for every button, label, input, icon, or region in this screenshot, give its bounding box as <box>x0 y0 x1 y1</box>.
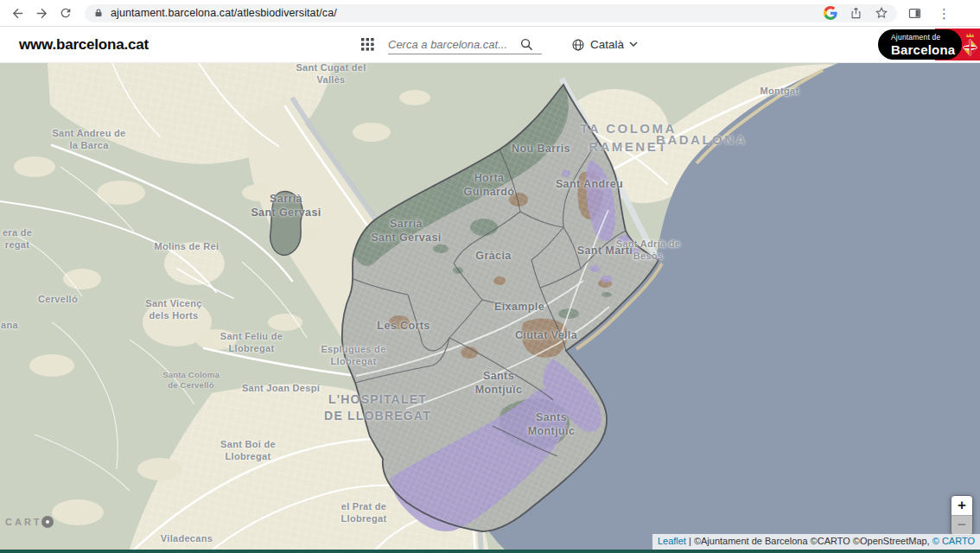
reload-icon <box>59 6 73 20</box>
footer-teal-bar <box>0 550 980 553</box>
search-input[interactable] <box>388 35 519 54</box>
carto-watermark-dot-icon <box>41 516 54 528</box>
ajuntament-logo[interactable]: Ajuntament de Barcelona <box>878 29 980 60</box>
map-graphics <box>0 63 980 553</box>
reload-button[interactable] <box>54 2 78 24</box>
bookmark-star-icon[interactable] <box>875 6 888 20</box>
logo-line2: Barcelona <box>891 42 962 57</box>
back-button[interactable] <box>5 2 29 24</box>
logo-line1: Ajuntament de <box>891 33 962 41</box>
map[interactable]: Sant Cugat del VallèsMontgatTA COLOMA RA… <box>0 63 980 553</box>
lock-icon <box>93 7 104 19</box>
carto-link[interactable]: © CARTO <box>932 536 975 546</box>
url-text: ajuntament.barcelona.cat/atlesbiodiversi… <box>111 7 337 19</box>
search-field-wrap <box>388 35 542 54</box>
url-bar[interactable]: ajuntament.barcelona.cat/atlesbiodiversi… <box>85 4 897 22</box>
search-icon[interactable] <box>519 37 534 52</box>
side-panel-icon[interactable] <box>907 6 922 21</box>
attribution-credits: ©Ajuntament de Barcelona ©CARTO ©OpenStr… <box>694 536 932 546</box>
leaflet-link[interactable]: Leaflet <box>658 536 686 546</box>
apps-grid-icon[interactable] <box>361 38 374 51</box>
language-selector[interactable]: Català <box>571 38 638 52</box>
forward-arrow-icon <box>35 6 49 21</box>
browser-menu-icon[interactable]: ⋮ <box>938 7 951 20</box>
map-attribution: Leaflet | ©Ajuntament de Barcelona ©CART… <box>652 534 980 550</box>
browser-toolbar: ajuntament.barcelona.cat/atlesbiodiversi… <box>0 0 980 27</box>
site-brand-link[interactable]: www.barcelona.cat <box>19 36 149 54</box>
attribution-divider: | <box>686 536 694 546</box>
share-icon[interactable] <box>850 6 862 20</box>
site-header: www.barcelona.cat Català Ajuntam <box>0 27 980 63</box>
carto-watermark: CART <box>5 516 54 528</box>
zoom-in-button[interactable]: + <box>951 496 972 515</box>
forward-button[interactable] <box>29 2 54 24</box>
zoom-control: + − <box>951 495 973 536</box>
zoom-out-button[interactable]: − <box>951 515 972 535</box>
google-icon[interactable] <box>824 6 837 20</box>
logo-text: Ajuntament de Barcelona <box>878 29 962 60</box>
chevron-down-icon <box>629 41 638 48</box>
language-label: Català <box>590 38 624 51</box>
back-arrow-icon <box>10 6 25 21</box>
globe-icon <box>571 38 585 52</box>
carto-watermark-text: CART <box>5 517 42 527</box>
barcelona-crest-icon <box>961 31 979 58</box>
